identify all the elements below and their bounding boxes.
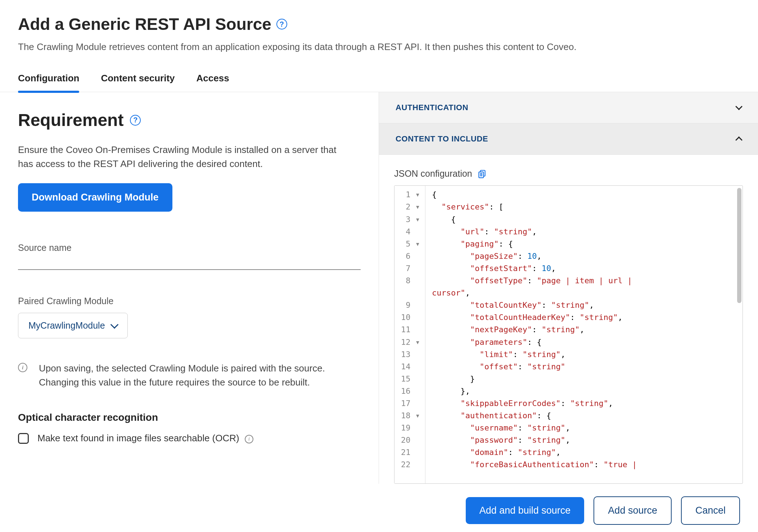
code-line: "username": "string", bbox=[432, 422, 736, 434]
paired-crawling-module-value: MyCrawlingModule bbox=[28, 320, 105, 331]
code-line: "skippableErrorCodes": "string", bbox=[432, 397, 736, 410]
chevron-up-icon bbox=[735, 136, 743, 144]
gutter-line: 14 bbox=[401, 361, 420, 373]
code-line: "totalCountHeaderKey": "string", bbox=[432, 311, 736, 324]
gutter-line: 13 bbox=[401, 348, 420, 361]
add-and-build-source-button[interactable]: Add and build source bbox=[466, 497, 585, 524]
code-line: { bbox=[432, 189, 736, 201]
code-line: "totalCountKey": "string", bbox=[432, 299, 736, 311]
tabs: Configuration Content security Access bbox=[0, 73, 758, 92]
gutter-line: 3 ▾ bbox=[401, 213, 420, 226]
gutter-line: 22 bbox=[401, 459, 420, 471]
code-line: "limit": "string", bbox=[432, 348, 736, 361]
code-line: "domain": "string", bbox=[432, 446, 736, 459]
chevron-down-icon bbox=[110, 321, 118, 329]
code-line: "forceBasicAuthentication": "true | bbox=[432, 459, 736, 471]
code-line: "authentication": { bbox=[432, 410, 736, 422]
scrollbar-thumb[interactable] bbox=[737, 188, 741, 303]
tab-access[interactable]: Access bbox=[197, 73, 229, 92]
add-source-button[interactable]: Add source bbox=[594, 496, 672, 525]
code-line: "offsetType": "page | item | url | bbox=[432, 275, 736, 287]
source-name-input[interactable] bbox=[18, 253, 361, 270]
code-line: }, bbox=[432, 385, 736, 397]
gutter-line: 18 ▾ bbox=[401, 410, 420, 422]
json-config-label: JSON configuration bbox=[394, 168, 472, 179]
code-line: "url": "string", bbox=[432, 226, 736, 238]
tab-configuration[interactable]: Configuration bbox=[18, 73, 79, 92]
gutter-line: 6 bbox=[401, 250, 420, 262]
chevron-down-icon bbox=[735, 103, 743, 110]
ocr-checkbox-label: Make text found in image files searchabl… bbox=[37, 433, 253, 444]
gutter-line: 15 bbox=[401, 373, 420, 385]
gutter-line: 8 bbox=[401, 275, 420, 287]
accordion-authentication[interactable]: AUTHENTICATION bbox=[379, 92, 758, 123]
gutter-line: 1 ▾ bbox=[401, 189, 420, 201]
footer: Add and build source Add source Cancel bbox=[0, 489, 758, 532]
accordion-content-to-include[interactable]: CONTENT TO INCLUDE bbox=[379, 123, 758, 155]
gutter-line: 12 ▾ bbox=[401, 336, 420, 348]
gutter-line: 17 bbox=[401, 397, 420, 410]
gutter-line bbox=[401, 287, 420, 299]
code-line: cursor", bbox=[432, 287, 736, 299]
code-line: "password": "string", bbox=[432, 434, 736, 446]
code-line: "paging": { bbox=[432, 238, 736, 250]
code-line: { bbox=[432, 213, 736, 226]
info-icon: i bbox=[18, 363, 27, 372]
cancel-button[interactable]: Cancel bbox=[681, 496, 740, 525]
page-title: Add a Generic REST API Source bbox=[18, 14, 271, 34]
code-line: "parameters": { bbox=[432, 336, 736, 348]
help-icon[interactable]: ? bbox=[276, 19, 287, 30]
code-line: "services": [ bbox=[432, 201, 736, 213]
code-line: } bbox=[432, 373, 736, 385]
ocr-checkbox[interactable] bbox=[18, 433, 29, 444]
requirement-title: Requirement bbox=[18, 110, 123, 130]
code-line: "offsetStart": 10, bbox=[432, 262, 736, 275]
gutter-line: 19 bbox=[401, 422, 420, 434]
download-crawling-module-button[interactable]: Download Crawling Module bbox=[18, 183, 172, 212]
code-line: "nextPageKey": "string", bbox=[432, 324, 736, 336]
code-line: "offset": "string" bbox=[432, 361, 736, 373]
gutter-line: 21 bbox=[401, 446, 420, 459]
code-line: "pageSize": 10, bbox=[432, 250, 736, 262]
gutter-line: 20 bbox=[401, 434, 420, 446]
accordion-authentication-label: AUTHENTICATION bbox=[396, 103, 468, 112]
source-name-label: Source name bbox=[18, 243, 361, 253]
requirement-text: Ensure the Coveo On-Premises Crawling Mo… bbox=[18, 143, 349, 171]
gutter-line: 11 bbox=[401, 324, 420, 336]
paired-crawling-module-label: Paired Crawling Module bbox=[18, 296, 361, 306]
requirement-help-icon[interactable]: ? bbox=[130, 115, 141, 126]
gutter-line: 5 ▾ bbox=[401, 238, 420, 250]
tab-content-security[interactable]: Content security bbox=[101, 73, 175, 92]
gutter-line: 4 bbox=[401, 226, 420, 238]
accordion-content-to-include-label: CONTENT TO INCLUDE bbox=[396, 134, 488, 144]
gutter-line: 10 bbox=[401, 311, 420, 324]
gutter-line: 2 ▾ bbox=[401, 201, 420, 213]
ocr-info-icon[interactable]: i bbox=[245, 435, 253, 443]
ocr-title: Optical character recognition bbox=[18, 412, 361, 423]
json-editor[interactable]: 1 ▾ 2 ▾ 3 ▾ 4 5 ▾ 6 7 8 9 10 11 12 ▾13 1… bbox=[394, 185, 743, 484]
page-subtitle: The Crawling Module retrieves content fr… bbox=[18, 40, 740, 53]
paired-note: Upon saving, the selected Crawling Modul… bbox=[39, 361, 348, 389]
gutter-line: 16 bbox=[401, 385, 420, 397]
copy-icon[interactable] bbox=[477, 169, 487, 179]
gutter-line: 9 bbox=[401, 299, 420, 311]
paired-crawling-module-select[interactable]: MyCrawlingModule bbox=[18, 313, 128, 338]
gutter-line: 7 bbox=[401, 262, 420, 275]
